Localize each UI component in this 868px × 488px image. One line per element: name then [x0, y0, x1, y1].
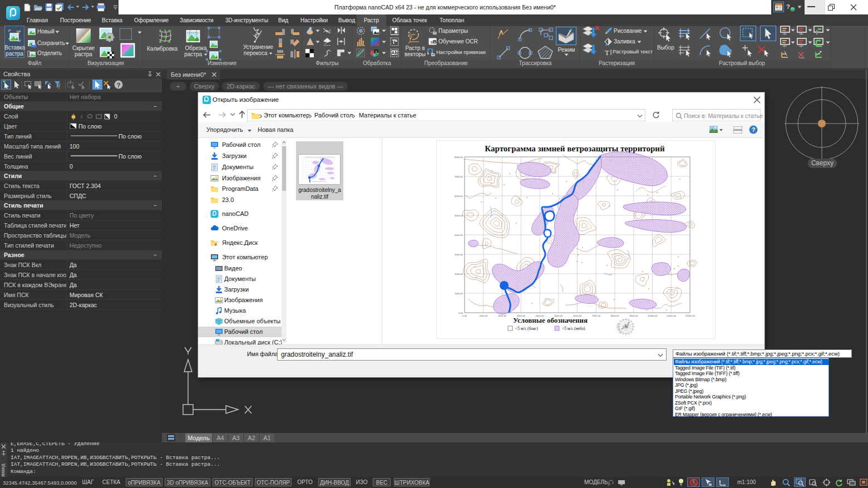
svg-text:10000.00: 10000.00: [648, 314, 658, 317]
svg-text:3000.00: 3000.00: [455, 253, 463, 256]
svg-text:1000.00: 1000.00: [479, 314, 488, 317]
svg-text:7000.00: 7000.00: [455, 175, 463, 178]
svg-text:f: f: [58, 83, 61, 89]
svg-text:4000.00: 4000.00: [455, 234, 463, 236]
svg-text:?: ?: [116, 82, 120, 88]
svg-text:B: B: [433, 39, 437, 45]
svg-text:6000.00: 6000.00: [455, 195, 463, 198]
svg-text:Картограмма зимней ветрозащиты: Картограмма зимней ветрозащиты территори…: [304, 156, 335, 158]
svg-text:0.00: 0.00: [462, 314, 467, 317]
svg-text:9000.00: 9000.00: [629, 314, 638, 317]
svg-text:8000.00: 8000.00: [455, 156, 463, 159]
svg-text:12000.00: 12000.00: [685, 314, 695, 317]
svg-text:7000.00: 7000.00: [592, 314, 601, 317]
svg-text:5000.00: 5000.00: [455, 214, 463, 217]
svg-text:2000.00: 2000.00: [455, 273, 463, 275]
svg-text:0.00: 0.00: [458, 312, 463, 314]
svg-text:Условные обозначения: Условные обозначения: [513, 316, 588, 324]
svg-text:<5 м/с (благ): <5 м/с (благ): [515, 326, 538, 331]
svg-text:Ab: Ab: [391, 50, 397, 56]
svg-text:?: ?: [752, 126, 756, 133]
svg-text:1000.00: 1000.00: [455, 292, 463, 295]
svg-text:Условные обозначения: Условные обозначения: [313, 181, 327, 182]
svg-text:2000.00: 2000.00: [498, 314, 507, 317]
svg-text:̥₀: ̥₀: [608, 480, 610, 486]
svg-text:T: T: [605, 48, 609, 56]
svg-text:11000.00: 11000.00: [667, 314, 677, 317]
svg-text:Картограмма зимней ветрозащиты: Картограмма зимней ветрозащиты территори…: [485, 144, 665, 153]
svg-text:8000.00: 8000.00: [610, 314, 619, 317]
svg-text:>5 м/с (небл): >5 м/с (небл): [562, 326, 585, 331]
